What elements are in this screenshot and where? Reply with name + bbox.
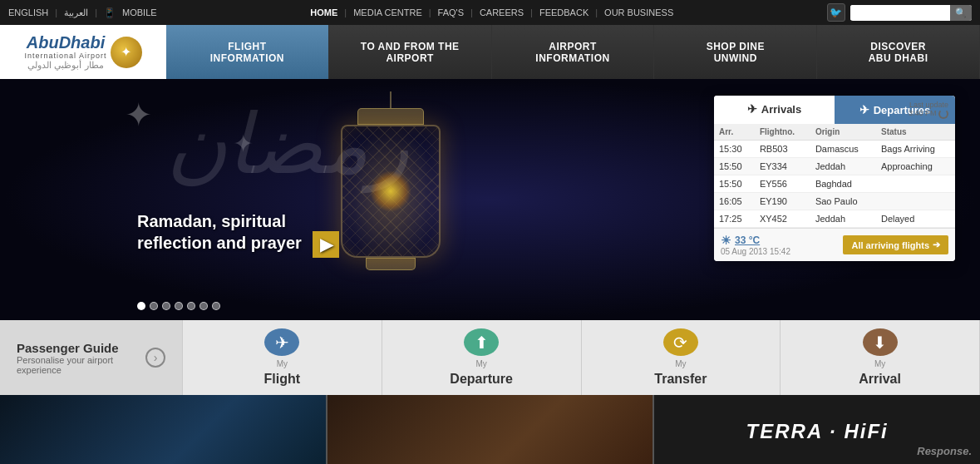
- flight-number: EY556: [755, 175, 810, 193]
- quick-links: Passenger Guide Personalise your airport…: [0, 320, 980, 395]
- nav-media[interactable]: MEDIA CENTRE: [353, 7, 422, 17]
- flight-time: 17:25: [714, 210, 755, 228]
- arrivals-plane-icon: ✈: [747, 102, 757, 116]
- flight-number: XY452: [755, 210, 810, 228]
- flight-number: EY190: [755, 193, 810, 210]
- topbar-left: ENGLISH | العربية | 📱 MOBILE: [8, 7, 157, 18]
- table-row: 15:50 EY334 Jeddah Approaching: [714, 158, 955, 175]
- carousel-dot-1[interactable]: [137, 302, 145, 310]
- nav-careers[interactable]: CAREERS: [480, 7, 524, 17]
- response-logo: Response.: [917, 445, 972, 457]
- my-flight-my-label: My: [277, 359, 288, 368]
- topbar-right: 🐦 🔍: [827, 3, 972, 22]
- nav-feedback[interactable]: FEEDBACK: [539, 7, 588, 17]
- col-arr: Arr.: [714, 124, 755, 141]
- temperature-display: ☀ 33 °C: [721, 234, 790, 247]
- weather-info: ☀ 33 °C 05 Aug 2013 15:42: [721, 234, 790, 256]
- temperature-value: 33 °C: [735, 234, 760, 246]
- arrow-icon: ➔: [933, 239, 940, 250]
- nav-business[interactable]: OUR BUSINESS: [604, 7, 673, 17]
- hero: ✦ ✦ رمضان Ramadan, spiritual reflection …: [0, 79, 980, 320]
- tab-arrivals[interactable]: ✈ Arrivals: [714, 96, 835, 124]
- topbar: ENGLISH | العربية | 📱 MOBILE HOME | MEDI…: [0, 0, 980, 25]
- nav-faq[interactable]: FAQ'S: [438, 7, 464, 17]
- table-row: 17:25 XY452 Jeddah Delayed: [714, 210, 955, 228]
- nav-shop-dine[interactable]: SHOP DINEUNWIND: [654, 25, 817, 79]
- my-departure-label: Departure: [450, 372, 513, 387]
- search-button[interactable]: 🔍: [950, 5, 972, 21]
- flight-status: Delayed: [876, 210, 955, 228]
- col-flightno: Flightno.: [755, 124, 810, 141]
- search-input[interactable]: [850, 5, 950, 20]
- hero-arrow-button[interactable]: ▶: [313, 231, 339, 258]
- table-row: 16:05 EY190 Sao Paulo: [714, 193, 955, 210]
- carousel-dot-2[interactable]: [150, 302, 158, 310]
- passenger-guide-title: Passenger Guide: [17, 341, 145, 355]
- passenger-guide-text: Passenger Guide Personalise your airport…: [17, 341, 145, 375]
- flight-time: 16:05: [714, 193, 755, 210]
- quick-link-my-transfer[interactable]: ⟳ My Transfer: [582, 320, 781, 395]
- flight-status: [876, 175, 955, 193]
- thumb-item-1[interactable]: [0, 395, 326, 464]
- my-arrival-my-label: My: [874, 359, 885, 368]
- my-departure-my-label: My: [475, 359, 486, 368]
- lantern: [316, 91, 465, 299]
- flight-status: Approaching: [876, 158, 955, 175]
- flight-icon: ✈: [264, 328, 299, 356]
- nav-airport-information[interactable]: AIRPORTINFORMATION: [492, 25, 655, 79]
- flight-number: RB503: [755, 141, 810, 158]
- logo-name: AbuDhabi: [24, 33, 106, 52]
- logo-arabic: مطار أبوظبي الدولي: [24, 60, 106, 71]
- refresh-icon[interactable]: [938, 109, 948, 119]
- table-row: 15:30 RB503 Damascus Bags Arriving: [714, 141, 955, 158]
- carousel-dot-5[interactable]: [187, 302, 195, 310]
- carousel-dots: [137, 302, 220, 310]
- hero-text: Ramadan, spiritual reflection and prayer…: [137, 212, 339, 258]
- carousel-dot-6[interactable]: [199, 302, 208, 310]
- thumbnail-row: TERRA · HiFi Response.: [0, 395, 980, 464]
- carousel-dot-7[interactable]: [212, 302, 220, 310]
- quick-link-my-flight[interactable]: ✈ My Flight: [183, 320, 382, 395]
- my-transfer-label: Transfer: [654, 372, 707, 387]
- quick-link-my-arrival[interactable]: ⬇ My Arrival: [781, 320, 980, 395]
- lang-english[interactable]: ENGLISH: [8, 7, 48, 17]
- thumb-item-2[interactable]: [327, 395, 653, 464]
- quick-link-my-departure[interactable]: ⬆ My Departure: [382, 320, 582, 395]
- carousel-dot-3[interactable]: [162, 302, 170, 310]
- passenger-guide-subtitle: Personalise your airport: [17, 355, 145, 365]
- topbar-nav: HOME | MEDIA CENTRE | FAQ'S | CAREERS | …: [310, 7, 673, 17]
- twitter-button[interactable]: 🐦: [827, 3, 845, 22]
- arrival-icon: ⬇: [863, 328, 898, 356]
- col-status: Status: [876, 124, 955, 141]
- flight-origin: Jeddah: [810, 210, 876, 228]
- departure-icon: ⬆: [464, 328, 499, 356]
- hero-headline: Ramadan, spiritual reflection and prayer…: [137, 212, 339, 258]
- carousel-dot-4[interactable]: [175, 302, 183, 310]
- all-flights-button[interactable]: All arriving flights ➔: [843, 235, 948, 254]
- nav-flight-information[interactable]: FLIGHTINFORMATION: [166, 25, 329, 79]
- search-box: 🔍: [850, 5, 972, 21]
- flight-status: [876, 193, 955, 210]
- mobile-icon: 📱: [104, 7, 116, 18]
- header: AbuDhabi International Airport مطار أبوظ…: [0, 25, 980, 79]
- passenger-guide[interactable]: Passenger Guide Personalise your airport…: [0, 320, 183, 395]
- logo-icon: ✦: [111, 37, 142, 68]
- nav-to-from-airport[interactable]: TO AND FROM THEAIRPORT: [329, 25, 492, 79]
- my-transfer-my-label: My: [675, 359, 686, 368]
- last-update: Last update 3:40 PM: [909, 101, 948, 119]
- lang-mobile[interactable]: MOBILE: [122, 7, 157, 17]
- flight-origin: Damascus: [810, 141, 876, 158]
- nav-home[interactable]: HOME: [310, 7, 337, 17]
- date-display: 05 Aug 2013 15:42: [721, 247, 790, 256]
- col-origin: Origin: [810, 124, 876, 141]
- flight-origin: Sao Paulo: [810, 193, 876, 210]
- flight-number: EY334: [755, 158, 810, 175]
- my-arrival-label: Arrival: [859, 372, 901, 387]
- passenger-guide-subtitle2: experience: [17, 365, 145, 375]
- flight-time: 15:30: [714, 141, 755, 158]
- nav-discover[interactable]: DISCOVERABU DHABI: [817, 25, 980, 79]
- passenger-guide-arrow[interactable]: ›: [145, 348, 165, 368]
- lang-arabic[interactable]: العربية: [64, 7, 88, 18]
- flight-table: Arr. Flightno. Origin Status 15:30 RB503…: [714, 124, 955, 228]
- flight-time: 15:50: [714, 158, 755, 175]
